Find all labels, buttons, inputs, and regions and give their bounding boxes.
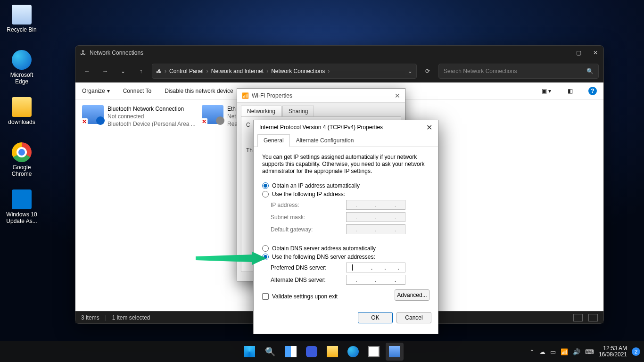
large-icons-view-button[interactable] [588,314,598,321]
preview-pane-button[interactable]: ◧ [565,86,575,96]
close-button[interactable]: ✕ [426,123,432,132]
tab-general[interactable]: General [257,134,290,147]
field-label: Default gateway: [271,226,346,233]
desktop-icon-update-assistant[interactable]: Windows 10 Update As... [5,189,39,224]
tab-sharing[interactable]: Sharing [282,106,314,116]
widgets-button[interactable] [303,343,321,361]
taskbar-edge[interactable] [344,343,362,361]
field-alternate-dns: Alternate DNS server: ... [271,275,429,285]
radio-label: Use the following DNS server addresses: [272,254,375,260]
radio-obtain-dns-auto[interactable]: Obtain DNS server address automatically [262,245,429,252]
field-label: IP address: [271,202,346,208]
radio-obtain-ip-auto[interactable]: Obtain an IP address automatically [262,182,429,189]
desktop-icon-downloads[interactable]: downloads [5,97,39,125]
ip-input: ... [346,200,405,210]
system-tray: ⌃ ☁ ▭ 📶 🔊 ⌨ 12:53 AM 16/08/2021 2 [529,341,640,362]
ip-input[interactable]: ... [346,263,405,272]
recycle-bin-icon [12,5,32,25]
network-icon: 🖧 [80,49,86,56]
taskbar-clock[interactable]: 12:53 AM 16/08/2021 [599,346,627,358]
connection-title: Bluetooth Network Connection [107,105,196,113]
disable-device-button[interactable]: Disable this network device [165,88,233,94]
field-subnet-mask: Subnet mask: ... [271,212,429,222]
tray-language-icon[interactable]: ⌨ [585,348,594,355]
status-selection: 1 item selected [112,314,150,321]
tab-alternate-configuration[interactable]: Alternate Configuration [290,134,360,147]
help-button[interactable]: ? [588,87,597,95]
radio-label: Obtain DNS server address automatically [272,245,376,252]
dialog-titlebar[interactable]: Internet Protocol Version 4 (TCP/IPv4) P… [254,120,438,134]
taskbar-store[interactable] [365,343,383,361]
minimize-button[interactable]: ― [558,49,565,56]
ip-input: ... [346,224,405,234]
field-ip-address: IP address: ... [271,200,429,210]
breadcrumb-item[interactable]: Network and Internet [211,68,264,74]
connection-device: Bluetooth Device (Personal Area ... [107,120,196,128]
field-default-gateway: Default gateway: ... [271,224,429,234]
connection-item-bluetooth[interactable]: ✕ Bluetooth Network Connection Not conne… [82,105,200,128]
close-button[interactable]: ✕ [592,49,599,56]
ip-input[interactable]: ... [346,275,405,285]
taskbar-file-explorer[interactable] [323,343,341,361]
organize-menu[interactable]: Organize ▾ [82,88,110,94]
window-titlebar[interactable]: 🖧 Network Connections ― ▢ ✕ [75,46,603,60]
task-view-button[interactable] [282,343,300,361]
desktop-icon-label: Microsoft Edge [5,72,39,85]
radio-use-dns-manual[interactable]: Use the following DNS server addresses: [262,254,429,260]
breadcrumb-item[interactable]: Control Panel [169,68,204,74]
address-bar[interactable]: 🖧› Control Panel› Network and Internet› … [152,64,417,79]
desktop-icon-edge[interactable]: Microsoft Edge [5,50,39,85]
view-options-button[interactable]: ▣ ▾ [541,86,552,96]
tray-volume-icon[interactable]: 🔊 [573,348,580,355]
maximize-button[interactable]: ▢ [575,49,582,56]
breadcrumb-item[interactable]: Network Connections [271,68,325,74]
connection-status: Net [227,113,238,120]
refresh-button[interactable]: ⟳ [421,64,435,78]
details-view-button[interactable] [573,314,583,321]
recent-dropdown[interactable]: ⌄ [116,64,130,78]
chevron-down-icon: ▾ [107,88,110,94]
address-dropdown[interactable]: ⌄ [408,68,413,74]
radio-icon [262,245,269,252]
radio-label: Obtain an IP address automatically [272,182,360,189]
field-label: Subnet mask: [271,214,346,221]
cancel-button[interactable]: Cancel [396,312,431,323]
tray-battery-icon[interactable]: ▭ [550,348,556,355]
desktop-icon-recycle-bin[interactable]: Recycle Bin [5,5,39,33]
tab-networking[interactable]: Networking [241,106,281,116]
tray-onedrive-icon[interactable]: ☁ [539,348,545,355]
desktop-icon-chrome[interactable]: Google Chrome [5,142,39,177]
up-button[interactable]: ↑ [134,64,148,78]
connection-status: Not connected [107,113,196,120]
wifi-icon: 📶 [242,92,249,99]
radio-icon [262,182,269,189]
back-button[interactable]: ← [80,64,94,78]
dialog-titlebar[interactable]: 📶 Wi-Fi Properties ✕ [237,89,405,103]
advanced-button[interactable]: Advanced... [395,289,429,301]
desktop-icon-label: Recycle Bin [5,26,39,33]
search-button[interactable]: 🔍 [261,343,279,361]
field-label: Alternate DNS server: [271,277,346,283]
connection-icon: ✕ [202,105,223,124]
start-button[interactable] [240,343,258,361]
chrome-icon [12,142,32,162]
edge-icon [12,50,32,70]
clock-date: 16/08/2021 [599,352,627,358]
dialog-title: Internet Protocol Version 4 (TCP/IPv4) P… [259,124,426,131]
taskbar-network-connections[interactable] [386,343,404,361]
connect-to-button[interactable]: Connect To [123,88,152,94]
close-button[interactable]: ✕ [395,92,400,99]
notification-badge[interactable]: 2 [632,347,640,356]
description-text: You can get IP settings assigned automat… [262,154,429,175]
tray-wifi-icon[interactable]: 📶 [561,348,568,355]
radio-use-ip-manual[interactable]: Use the following IP address: [262,191,429,197]
search-box[interactable]: Search Network Connections 🔍 [438,64,599,79]
checkbox-icon [262,293,269,300]
disabled-x-icon: ✕ [201,118,207,125]
windows-update-icon [12,189,32,209]
forward-button[interactable]: → [98,64,112,78]
radio-icon [262,191,269,197]
tray-show-hidden[interactable]: ⌃ [529,348,535,355]
ok-button[interactable]: OK [358,312,393,323]
ip-input: ... [346,212,405,222]
